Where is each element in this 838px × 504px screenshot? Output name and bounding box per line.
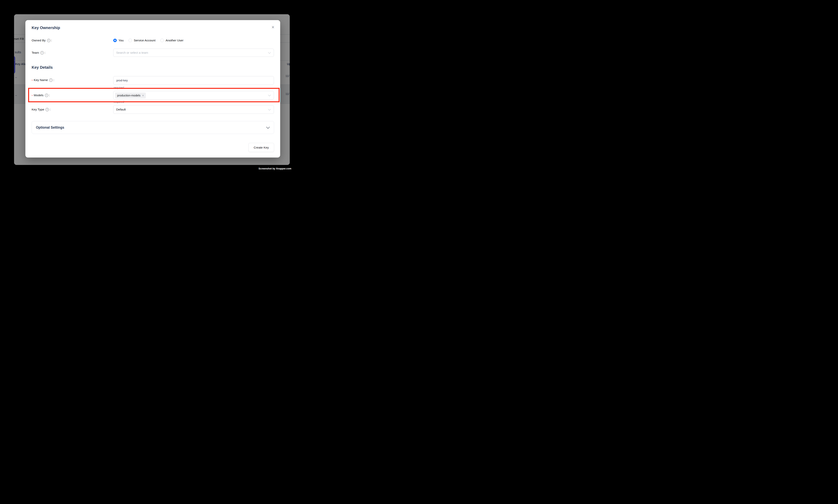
key-name-label: * Key Name i : — [32, 78, 54, 82]
radio-unselected-icon[interactable] — [128, 39, 132, 42]
chevron-down-icon — [268, 108, 271, 110]
radio-option-another-user[interactable]: Another User — [160, 39, 183, 42]
info-icon[interactable]: i — [49, 78, 53, 82]
team-label: Team i : — [32, 51, 45, 54]
key-name-field[interactable] — [113, 76, 274, 85]
close-icon[interactable]: ✕ — [270, 24, 276, 31]
screenshot-canvas: eset Filt sults Key Alia Up – 11/ – 11/ … — [0, 0, 304, 184]
selected-model-tag: production-models ✕ — [115, 92, 146, 98]
radio-option-you[interactable]: You — [113, 39, 124, 42]
create-key-modal: ✕ Key Ownership Owned By i : You Service… — [25, 20, 280, 158]
app-window: eset Filt sults Key Alia Up – 11/ – 11/ … — [14, 14, 290, 165]
team-search-input[interactable] — [116, 49, 261, 57]
owned-by-radio-group: You Service Account Another User — [113, 38, 189, 43]
owned-by-label: Owned By i : — [32, 39, 52, 42]
section-title-key-ownership: Key Ownership — [32, 25, 60, 31]
key-name-validation-message: required — [114, 86, 124, 89]
info-icon[interactable]: i — [47, 39, 50, 42]
optional-settings-panel[interactable]: Optional Settings — [32, 121, 274, 134]
info-icon[interactable]: i — [45, 94, 48, 97]
radio-selected-icon[interactable] — [113, 39, 117, 42]
radio-option-service-account[interactable]: Service Account — [128, 39, 156, 42]
models-select[interactable]: production-models ✕ — [113, 91, 274, 100]
optional-settings-title: Optional Settings — [36, 121, 64, 134]
key-type-select[interactable]: Default — [113, 105, 274, 114]
required-asterisk: * — [32, 94, 33, 97]
tag-remove-icon[interactable]: ✕ — [142, 94, 144, 97]
info-icon[interactable]: i — [46, 108, 49, 111]
radio-unselected-icon[interactable] — [160, 39, 164, 42]
key-type-label: Key Type i : — [32, 108, 51, 111]
chevron-down-icon — [268, 51, 271, 54]
models-validation-message: required — [114, 100, 124, 104]
section-title-key-details: Key Details — [32, 65, 53, 70]
team-select[interactable] — [113, 49, 274, 57]
key-type-value: Default — [116, 105, 126, 114]
chevron-down-icon — [268, 93, 271, 96]
create-key-button[interactable]: Create Key — [248, 143, 274, 152]
info-icon[interactable]: i — [40, 51, 44, 54]
models-label: * Models i : — [32, 93, 50, 97]
key-name-input[interactable] — [117, 76, 261, 85]
watermark-text: Screenshot by Xnapper.com — [258, 167, 291, 170]
required-asterisk: * — [32, 79, 33, 82]
chevron-down-icon — [266, 125, 270, 129]
